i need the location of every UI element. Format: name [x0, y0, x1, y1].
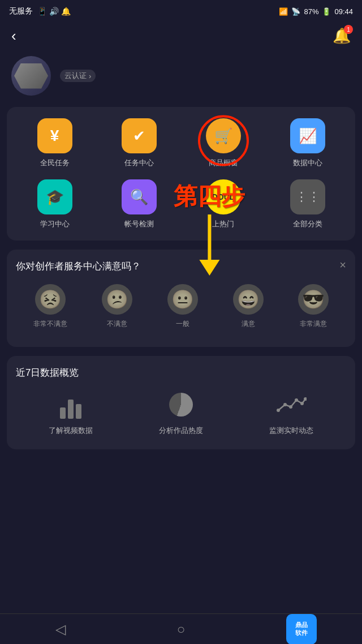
heat-analysis-icon [164, 390, 198, 419]
rating-neutral[interactable]: 😐 一般 [167, 284, 198, 329]
wifi-icon: 📡 [291, 7, 300, 16]
profile-info: 云认证 › [60, 70, 96, 82]
battery-label: 87% [304, 7, 318, 16]
rating-unsatisfied[interactable]: 😕 不满意 [102, 284, 132, 329]
emoji-very-satisfied: 😎 [298, 284, 329, 315]
data-item-video[interactable]: 了解视频数据 [49, 390, 93, 436]
xuexi-label: 学习中心 [40, 219, 70, 229]
label-very-unsatisfied: 非常不满意 [33, 319, 67, 329]
label-unsatisfied: 不满意 [107, 319, 127, 329]
video-data-label: 了解视频数据 [49, 426, 93, 436]
brand-name: 鼎品 软件 [295, 621, 308, 636]
label-satisfied: 满意 [242, 319, 255, 329]
bottom-nav: ◁ ○ 鼎品 软件 [0, 613, 362, 644]
emoji-unsatisfied: 😕 [102, 284, 132, 315]
realtime-label: 监测实时动态 [269, 426, 313, 436]
data-overview-title: 近7日数据概览 [16, 366, 346, 379]
data-item-heat[interactable]: 分析作品热度 [159, 390, 203, 436]
label-neutral: 一般 [176, 319, 189, 329]
menu-item-zhanghu[interactable]: 🔍 帐号检测 [97, 179, 181, 229]
menu-item-xuexi[interactable]: 🎓 学习中心 [12, 179, 97, 229]
notification-bell[interactable]: 🔔 1 [333, 27, 351, 45]
xuexi-icon-wrap: 🎓 [37, 179, 72, 214]
renwu-label: 任务中心 [124, 158, 154, 168]
survey-title: 你对创作者服务中心满意吗？ [16, 260, 346, 273]
zhanghu-icon-wrap: 🔍 [122, 179, 157, 214]
shangpin-label: 商品橱窗 [209, 158, 238, 168]
menu-item-renwu[interactable]: ✔ 任务中心 [97, 118, 181, 168]
shuju-label: 数据中心 [293, 158, 322, 168]
signal-icon: 📶 [279, 7, 288, 16]
realtime-icon [274, 390, 308, 419]
nav-home-button[interactable]: ○ [166, 614, 196, 645]
cloud-certification-badge[interactable]: 云认证 › [60, 70, 96, 82]
line-chart-svg [276, 393, 307, 416]
reshang-label: 上热门 [212, 219, 234, 229]
svg-point-3 [295, 398, 298, 402]
svg-point-4 [300, 402, 304, 405]
quanmin-icon-wrap: ¥ [37, 118, 72, 153]
cloud-label: 云认证 [64, 71, 87, 81]
data-item-realtime[interactable]: 监测实时动态 [269, 390, 313, 436]
status-icons: 📱 🔊 🔔 [37, 7, 71, 16]
profile-section: 云认证 › [0, 51, 362, 107]
emoji-very-unsatisfied: 😣 [35, 284, 66, 315]
fenlei-icon-wrap: ⋮⋮ [290, 179, 325, 214]
carrier-label: 无服务 [9, 6, 33, 16]
status-bar: 无服务 📱 🔊 🔔 📶 📡 87% 🔋 09:44 [0, 0, 362, 23]
avatar [11, 56, 51, 96]
shuju-icon-wrap: 📈 [290, 118, 325, 153]
battery-icon: 🔋 [322, 7, 331, 16]
menu-grid: ¥ 全民任务 ✔ 任务中心 🛒 商品橱窗 📈 数据中心 🎓 学习中心 🔍 帐号检… [7, 107, 355, 241]
brand-logo: 鼎品 软件 [286, 614, 317, 645]
zhanghu-label: 帐号检测 [124, 219, 154, 229]
data-overview-section: 近7日数据概览 了解视频数据 分析作品热度 [7, 356, 355, 449]
rating-very-satisfied[interactable]: 😎 非常满意 [298, 284, 329, 329]
label-very-satisfied: 非常满意 [300, 319, 327, 329]
reshang-icon-wrap: DOUL [206, 179, 241, 214]
fenlei-label: 全部分类 [293, 219, 322, 229]
survey-section: × 你对创作者服务中心满意吗？ 😣 非常不满意 😕 不满意 😐 一般 😄 满意 … [7, 250, 355, 347]
survey-close-button[interactable]: × [339, 259, 346, 272]
emoji-satisfied: 😄 [233, 284, 264, 315]
rating-satisfied[interactable]: 😄 满意 [233, 284, 264, 329]
time-label: 09:44 [334, 7, 353, 16]
data-items-row: 了解视频数据 分析作品热度 监测实时动态 [16, 390, 346, 436]
emoji-row: 😣 非常不满意 😕 不满意 😐 一般 😄 满意 😎 非常满意 [16, 284, 346, 329]
heat-analysis-label: 分析作品热度 [159, 426, 203, 436]
emoji-neutral: 😐 [167, 284, 198, 315]
video-data-icon [54, 390, 88, 419]
cloud-arrow: › [89, 72, 91, 80]
nav-back-button[interactable]: ◁ [45, 614, 76, 645]
avatar-image [14, 63, 48, 89]
quanmin-label: 全民任务 [40, 158, 70, 168]
menu-item-shuju[interactable]: 📈 数据中心 [265, 118, 350, 168]
svg-point-2 [289, 405, 292, 409]
menu-item-shangpin[interactable]: 🛒 商品橱窗 [181, 118, 265, 168]
shangpin-icon-wrap: 🛒 [206, 118, 241, 153]
back-button[interactable]: ‹ [11, 27, 16, 45]
rating-very-unsatisfied[interactable]: 😣 非常不满意 [33, 284, 67, 329]
renwu-icon-wrap: ✔ [122, 118, 157, 153]
top-nav: ‹ 🔔 1 [0, 23, 362, 51]
menu-item-reshang[interactable]: DOUL 上热门 [181, 179, 265, 229]
menu-item-fenlei[interactable]: ⋮⋮ 全部分类 [265, 179, 350, 229]
status-left: 无服务 📱 🔊 🔔 [9, 6, 71, 16]
svg-point-1 [283, 403, 287, 406]
menu-item-quanmin[interactable]: ¥ 全民任务 [12, 118, 97, 168]
notification-badge: 1 [344, 25, 353, 34]
svg-point-0 [277, 409, 280, 412]
status-right: 📶 📡 87% 🔋 09:44 [279, 7, 353, 16]
